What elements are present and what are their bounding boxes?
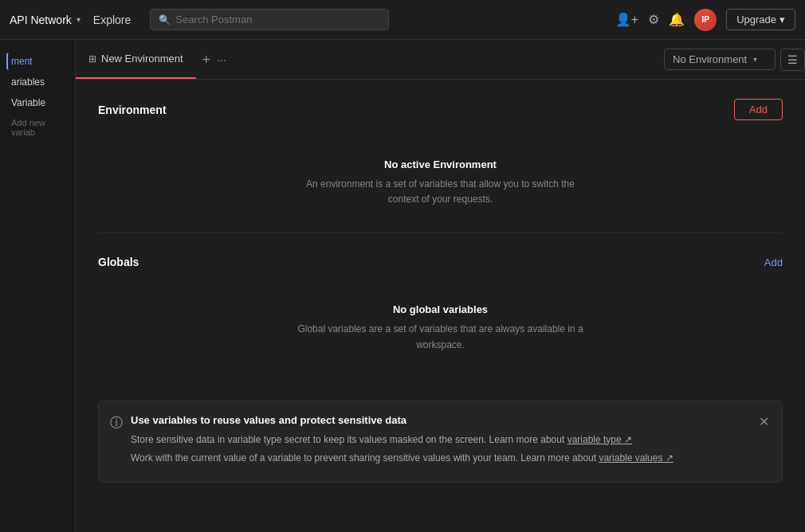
globals-empty-state: No global variables Global variables are… [98, 284, 783, 377]
navbar: API Network ▾ Explore 🔍 👤+ ⚙ 🔔 IP Upgrad… [0, 0, 805, 40]
info-icon: ⓘ [110, 415, 123, 432]
info-banner-title: Use variables to reuse values and protec… [131, 414, 751, 426]
info-banner-text1: Store sensitive data in variable type se… [131, 432, 751, 448]
environment-section-header: Environment Add [98, 99, 783, 120]
info-banner-content: Use variables to reuse values and protec… [131, 414, 751, 469]
tab-actions: + ··· [196, 53, 233, 67]
environment-empty-state: No active Environment An environment is … [98, 139, 783, 233]
tabs-bar: ⊞ New Environment + ··· No Environment ▾… [76, 40, 805, 80]
globals-section: Globals Add No global variables Global v… [98, 256, 783, 377]
globals-section-header: Globals Add [98, 256, 783, 268]
search-icon: 🔍 [159, 14, 171, 25]
environment-empty-desc: An environment is a set of variables tha… [257, 177, 624, 207]
environment-dropdown[interactable]: No Environment ▾ [664, 49, 776, 70]
environment-empty-title: No active Environment [98, 158, 783, 170]
search-input[interactable] [175, 14, 380, 25]
globals-empty-desc: Global variables are a set of variables … [257, 322, 624, 352]
environment-add-button[interactable]: Add [734, 99, 783, 120]
bell-icon[interactable]: 🔔 [669, 12, 685, 27]
env-eye-button[interactable]: ☰ [780, 49, 805, 71]
avatar[interactable]: IP [694, 9, 717, 31]
upgrade-button[interactable]: Upgrade ▾ [726, 9, 795, 30]
variable-values-link[interactable]: variable values ↗ [599, 452, 673, 464]
env-eye-icon: ☰ [787, 53, 798, 66]
tab-label: New Environment [101, 53, 183, 65]
environment-section-title: Environment [98, 104, 167, 116]
globals-empty-title: No global variables [98, 303, 783, 315]
brand-label: API Network [10, 14, 72, 26]
info-banner-text2: Work with the current value of a variabl… [131, 451, 751, 466]
tab-env-icon: ⊞ [88, 53, 96, 65]
nav-right-icons: 👤+ ⚙ 🔔 IP Upgrade ▾ [615, 9, 795, 31]
env-dropdown-chevron: ▾ [753, 55, 757, 64]
globals-add-button[interactable]: Add [764, 256, 783, 268]
brand-chevron: ▾ [77, 15, 80, 24]
sidebar-item-variables[interactable]: ariables [6, 73, 69, 91]
sidebar: ment ariables Variable Add new variab [0, 40, 76, 532]
env-selector: No Environment ▾ ☰ [664, 49, 805, 71]
main-panel: Environment Add No active Environment An… [76, 80, 805, 532]
sidebar-item-environment[interactable]: ment [6, 53, 69, 70]
tab-new-environment[interactable]: ⊞ New Environment [76, 40, 196, 79]
env-dropdown-label: No Environment [673, 53, 747, 65]
sidebar-item-variable[interactable]: Variable [6, 94, 69, 111]
gear-icon[interactable]: ⚙ [648, 12, 659, 27]
search-bar[interactable]: 🔍 [150, 9, 389, 30]
invite-icon[interactable]: 👤+ [615, 12, 638, 27]
main-layout: ment ariables Variable Add new variab ⊞ … [0, 40, 805, 532]
tab-add-button[interactable]: + [202, 53, 211, 67]
info-banner: ⓘ Use variables to reuse values and prot… [98, 401, 783, 483]
content-area: ⊞ New Environment + ··· No Environment ▾… [76, 40, 805, 532]
explore-link[interactable]: Explore [87, 10, 137, 29]
info-banner-close[interactable]: ✕ [759, 414, 769, 429]
tab-more-button[interactable]: ··· [217, 53, 226, 66]
api-network-brand[interactable]: API Network ▾ [10, 14, 80, 26]
variable-type-link[interactable]: variable type ↗ [567, 434, 632, 445]
globals-section-title: Globals [98, 256, 139, 268]
sidebar-add-variable[interactable]: Add new variab [6, 115, 69, 140]
